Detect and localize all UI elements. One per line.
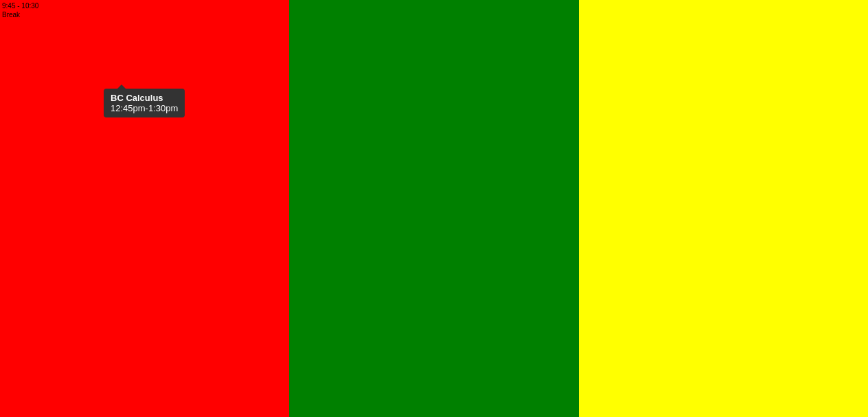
cell-stripe: [0, 0, 289, 417]
cell-stripe: [289, 0, 578, 417]
schedule-row: 9:459:45 - 10:30Break9:45 - 10:45Break9:…: [594, 278, 861, 329]
right-panel: Compare multiple friends' entire schedul…: [593, 0, 868, 417]
day-cell: 9:45 - 10:30Break: [777, 278, 861, 329]
schedule-table: Mon 4/13 Tue 4/14 Wed 4/15 8:058:05 - 8:…: [593, 55, 861, 329]
cell-event: 9:45 - 10:30Break: [0, 0, 868, 417]
cell-stripe: [579, 0, 868, 417]
